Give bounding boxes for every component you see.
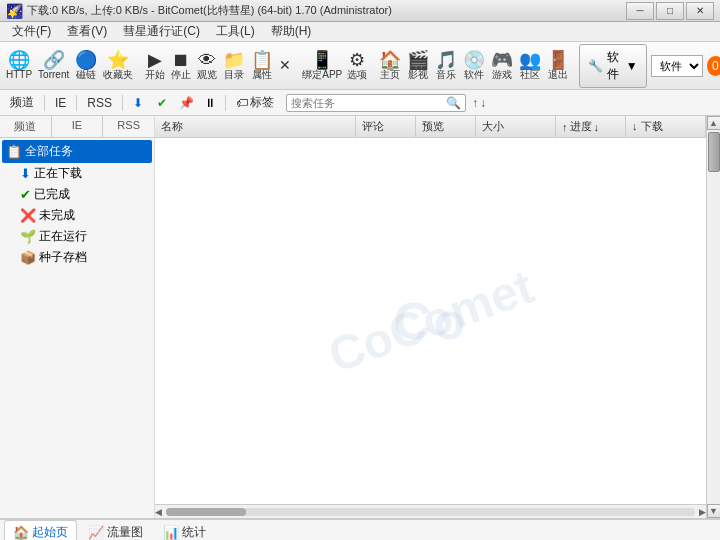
software-dropdown-btn[interactable]: 🔧 软件 ▼ bbox=[579, 44, 646, 88]
sidebar-item-completed[interactable]: ✔ 已完成 bbox=[16, 184, 152, 205]
hscroll-left[interactable]: ◀ bbox=[155, 507, 162, 517]
software-icon: 💿 bbox=[463, 51, 485, 69]
right-scrollbar: ▲ ▼ bbox=[706, 116, 720, 518]
sidebar-tab-ie[interactable]: IE bbox=[52, 116, 104, 137]
toolbar-community[interactable]: 👥 社区 bbox=[517, 45, 543, 87]
toolbar-video[interactable]: 🎬 影视 bbox=[405, 45, 431, 87]
toolbar-dir[interactable]: 📁 目录 bbox=[221, 45, 247, 87]
toolbar-exit[interactable]: 🚪 退出 bbox=[545, 45, 571, 87]
toolbar-music[interactable]: 🎵 音乐 bbox=[433, 45, 459, 87]
toolbar-right: 🔧 软件 ▼ 软件 游戏 音乐 影视 0 bbox=[579, 44, 720, 88]
maximize-button[interactable]: □ bbox=[656, 2, 684, 20]
running-label: 正在运行 bbox=[39, 228, 87, 245]
home-label: 主页 bbox=[380, 70, 400, 80]
title-text: 下载:0 KB/s, 上传:0 KB/s - BitComet(比特彗星) (6… bbox=[27, 3, 626, 18]
toolbar-game[interactable]: 🎮 游戏 bbox=[489, 45, 515, 87]
rss-tab[interactable]: RSS bbox=[81, 96, 118, 110]
menu-tools[interactable]: 工具(L) bbox=[208, 21, 263, 42]
th-size[interactable]: 大小 bbox=[476, 116, 556, 137]
th-progress[interactable]: ↑ 进度 ↓ bbox=[556, 116, 626, 137]
title-bar: 🌠 下载:0 KB/s, 上传:0 KB/s - BitComet(比特彗星) … bbox=[0, 0, 720, 22]
sub-btn-4[interactable]: ⏸ bbox=[199, 93, 221, 113]
toolbar-stop[interactable]: ⏹ 停止 bbox=[169, 45, 193, 87]
torrent-icon: 🔗 bbox=[43, 51, 65, 69]
toolbar-options[interactable]: ⚙ 选项 bbox=[345, 45, 369, 87]
scroll-up[interactable]: ▲ bbox=[707, 116, 721, 130]
ie-tab[interactable]: IE bbox=[49, 96, 72, 110]
dir-icon: 📁 bbox=[223, 51, 245, 69]
torrent-label: Torrent bbox=[38, 70, 69, 80]
sub-btn-3[interactable]: 📌 bbox=[175, 93, 197, 113]
th-comment[interactable]: 评论 bbox=[356, 116, 416, 137]
th-preview[interactable]: 预览 bbox=[416, 116, 476, 137]
http-label: HTTP bbox=[6, 70, 32, 80]
progress-sort-desc: ↓ bbox=[594, 121, 600, 133]
toolbar-http[interactable]: 🌐 HTTP bbox=[4, 45, 34, 87]
sidebar-tab-rss[interactable]: RSS bbox=[103, 116, 154, 137]
software-select[interactable]: 软件 游戏 音乐 影视 bbox=[651, 55, 703, 77]
menu-passport[interactable]: 彗星通行证(C) bbox=[115, 21, 208, 42]
close-button[interactable]: ✕ bbox=[686, 2, 714, 20]
sidebar-item-all-tasks[interactable]: 📋 全部任务 bbox=[2, 140, 152, 163]
scroll-thumb[interactable] bbox=[708, 132, 720, 172]
completed-label: 已完成 bbox=[34, 186, 70, 203]
menu-file[interactable]: 文件(F) bbox=[4, 21, 59, 42]
channel-tab[interactable]: 频道 bbox=[4, 94, 40, 111]
scroll-down[interactable]: ▼ bbox=[707, 504, 721, 518]
th-speed[interactable]: ↓ 下载 bbox=[626, 116, 706, 137]
sidebar-item-running[interactable]: 🌱 正在运行 bbox=[16, 226, 152, 247]
hscroll-thumb[interactable] bbox=[166, 508, 246, 516]
favorites-icon: ⭐ bbox=[107, 51, 129, 69]
table-body: Co bbox=[155, 138, 706, 504]
menu-view[interactable]: 查看(V) bbox=[59, 21, 115, 42]
minimize-button[interactable]: ─ bbox=[626, 2, 654, 20]
th-name[interactable]: 名称 bbox=[155, 116, 356, 137]
community-icon: 👥 bbox=[519, 51, 541, 69]
sidebar-item-downloading[interactable]: ⬇ 正在下载 bbox=[16, 163, 152, 184]
sub-btn-2[interactable]: ✔ bbox=[151, 93, 173, 113]
toolbar-bind-app[interactable]: 📱 绑定APP bbox=[301, 45, 343, 87]
btab-stats[interactable]: 📊 统计 bbox=[154, 520, 215, 541]
props-label: 属性 bbox=[252, 70, 272, 80]
orange-circle-btn[interactable]: 0 bbox=[707, 56, 720, 76]
bottom-tab-bar: 🏠 起始页 📈 流量图 📊 统计 bbox=[0, 519, 720, 540]
sidebar-item-incomplete[interactable]: ❌ 未完成 bbox=[16, 205, 152, 226]
props-icon: 📋 bbox=[251, 51, 273, 69]
favorites-label: 收藏夹 bbox=[103, 70, 133, 80]
software-dropdown-label: 软件 bbox=[607, 49, 622, 83]
toolbar-start[interactable]: ▶ 开始 bbox=[143, 45, 167, 87]
sidebar-item-seed-archive[interactable]: 📦 种子存档 bbox=[16, 247, 152, 268]
toolbar-home[interactable]: 🏠 主页 bbox=[377, 45, 403, 87]
sub-sep4 bbox=[225, 95, 226, 111]
sub-btn-1[interactable]: ⬇ bbox=[127, 93, 149, 113]
sub-sep2 bbox=[76, 95, 77, 111]
content-area: 名称 评论 预览 大小 ↑ 进度 ↓ ↓ 下载 Co ◀ ▶ bbox=[155, 116, 706, 518]
game-label: 游戏 bbox=[492, 70, 512, 80]
toolbar-magnet[interactable]: 🔵 磁链 bbox=[73, 45, 99, 87]
seed-archive-icon: 📦 bbox=[20, 250, 36, 265]
sort-asc-icon[interactable]: ↑ bbox=[472, 96, 478, 110]
video-label: 影视 bbox=[408, 70, 428, 80]
btab-start-page[interactable]: 🏠 起始页 bbox=[4, 520, 77, 541]
search-input[interactable] bbox=[291, 97, 446, 109]
btab-traffic[interactable]: 📈 流量图 bbox=[79, 520, 152, 541]
music-icon: 🎵 bbox=[435, 51, 457, 69]
toolbar-delete[interactable]: ✕ bbox=[277, 45, 293, 87]
horizontal-scrollbar[interactable]: ◀ ▶ bbox=[155, 504, 706, 518]
toolbar-view[interactable]: 👁 观览 bbox=[195, 45, 219, 87]
tag-button[interactable]: 🏷 标签 bbox=[230, 92, 280, 113]
sub-toolbar: 频道 IE RSS ⬇ ✔ 📌 ⏸ 🏷 标签 🔍 ↑ ↓ bbox=[0, 90, 720, 116]
toolbar-software[interactable]: 💿 软件 bbox=[461, 45, 487, 87]
toolbar-props[interactable]: 📋 属性 bbox=[249, 45, 275, 87]
toolbar-favorites[interactable]: ⭐ 收藏夹 bbox=[101, 45, 135, 87]
toolbar-torrent[interactable]: 🔗 Torrent bbox=[36, 45, 71, 87]
sort-desc-icon[interactable]: ↓ bbox=[480, 96, 486, 110]
magnet-label: 磁链 bbox=[76, 70, 96, 80]
menu-help[interactable]: 帮助(H) bbox=[263, 21, 320, 42]
community-label: 社区 bbox=[520, 70, 540, 80]
hscroll-right[interactable]: ▶ bbox=[699, 507, 706, 517]
sidebar-tab-channel[interactable]: 频道 bbox=[0, 116, 52, 137]
scroll-track bbox=[707, 130, 721, 504]
stats-tab-label: 统计 bbox=[182, 524, 206, 541]
bind-app-icon: 📱 bbox=[311, 51, 333, 69]
